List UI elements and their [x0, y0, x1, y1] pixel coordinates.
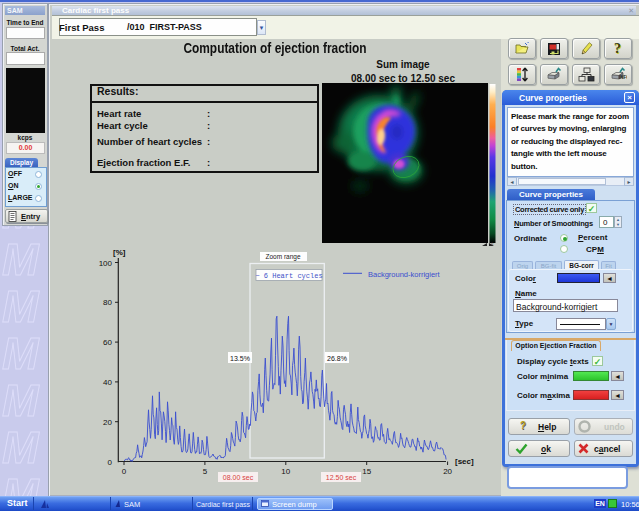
svg-text:60: 60: [103, 338, 112, 347]
svg-text:08.00 sec: 08.00 sec: [223, 474, 254, 481]
svg-text:80: 80: [103, 298, 112, 307]
svg-text:20: 20: [443, 467, 452, 476]
svg-text:Background-korrigiert: Background-korrigiert: [368, 270, 441, 279]
svg-text:0: 0: [108, 458, 113, 467]
svg-text:12.50 sec: 12.50 sec: [326, 474, 357, 481]
svg-text:10: 10: [281, 467, 290, 476]
svg-text:100: 100: [489, 83, 496, 84]
svg-text:5: 5: [203, 467, 208, 476]
svg-text:[sec]: [sec]: [455, 457, 474, 466]
svg-text:?: ?: [614, 41, 621, 56]
svg-text:[%]: [%]: [113, 248, 126, 257]
svg-text:40: 40: [103, 378, 112, 387]
svg-text:26.8%: 26.8%: [327, 355, 347, 362]
svg-text:Zoom range: Zoom range: [265, 253, 300, 261]
svg-text:INFO: INFO: [619, 75, 627, 80]
svg-text:100: 100: [99, 259, 113, 268]
svg-text:20: 20: [103, 418, 112, 427]
svg-text:0: 0: [122, 467, 127, 476]
svg-text:~ 6 Heart cycles: ~ 6 Heart cycles: [255, 272, 322, 280]
svg-text:13.5%: 13.5%: [230, 355, 250, 362]
svg-text:15: 15: [362, 467, 371, 476]
